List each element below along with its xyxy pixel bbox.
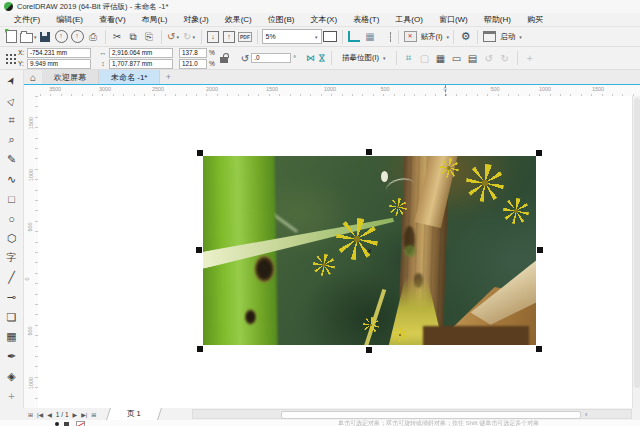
bitmap-mask-button[interactable]: ▦ bbox=[434, 53, 448, 64]
zoom-tool[interactable]: ⌕ bbox=[2, 130, 22, 150]
show-grid-button[interactable]: ▦ bbox=[363, 29, 378, 45]
artistic-media-tool[interactable]: ∿ bbox=[2, 169, 22, 189]
edit-bitmap-button[interactable]: ▢ bbox=[418, 53, 432, 64]
full-screen-preview-button[interactable] bbox=[323, 29, 338, 45]
crop-tool[interactable]: ⌗ bbox=[2, 110, 22, 130]
vertical-ruler[interactable]: 1500 1000 500 0 500 1000 bbox=[24, 96, 39, 408]
mirror-vertical-button[interactable]: ⋈ bbox=[316, 54, 326, 63]
object-height-field[interactable]: 1,707.877 mm bbox=[109, 59, 173, 69]
save-to-cloud-button[interactable]: ↑ bbox=[70, 29, 85, 45]
menu-layout[interactable]: 布局(L) bbox=[134, 14, 176, 25]
vertical-scrollbar[interactable] bbox=[632, 96, 640, 408]
scrollbar-arrow-icon[interactable]: ‹ bbox=[585, 410, 587, 419]
redo-adjust-button[interactable]: ↻ bbox=[498, 53, 512, 64]
menu-buy[interactable]: 购买 bbox=[519, 14, 551, 25]
new-document-button[interactable] bbox=[4, 29, 19, 45]
image-adjustment-button[interactable]: ▤ bbox=[466, 53, 480, 64]
menu-tools[interactable]: 工具(O) bbox=[387, 14, 431, 25]
more-tools-button[interactable]: + bbox=[2, 386, 22, 406]
import-button[interactable]: ↓ bbox=[206, 29, 221, 45]
tab-untitled-document[interactable]: 未命名 -1* bbox=[99, 70, 160, 84]
options-button[interactable]: ⚙ bbox=[458, 29, 473, 45]
object-width-field[interactable]: 2,916.064 mm bbox=[109, 48, 173, 58]
show-rulers-button[interactable] bbox=[347, 29, 362, 45]
next-page-button[interactable]: ▶ bbox=[71, 411, 80, 418]
launch-button[interactable] bbox=[482, 29, 497, 45]
first-page-button[interactable]: |◀ bbox=[35, 411, 45, 418]
bitmap-frame-button[interactable]: ▭ bbox=[450, 53, 464, 64]
menu-bitmaps[interactable]: 位图(B) bbox=[260, 14, 303, 25]
menu-help[interactable]: 帮助(H) bbox=[476, 14, 519, 25]
menu-file[interactable]: 文件(F) bbox=[6, 14, 48, 25]
undo-button[interactable]: ↺▾ bbox=[166, 29, 181, 45]
shape-tool[interactable]: ▷ bbox=[2, 91, 22, 111]
new-tab-button[interactable]: + bbox=[160, 70, 176, 84]
trace-bitmap-button[interactable]: 描摹位图(I)▾ bbox=[337, 50, 391, 66]
menu-view[interactable]: 查看(V) bbox=[91, 14, 134, 25]
snap-to-button[interactable]: 贴齐(I) bbox=[421, 32, 443, 42]
mirror-horizontal-button[interactable]: ⋈ bbox=[306, 53, 315, 63]
show-guidelines-button[interactable] bbox=[379, 29, 394, 45]
publish-pdf-button[interactable]: PDF bbox=[238, 29, 253, 45]
selection-handle[interactable] bbox=[197, 150, 203, 156]
horizontal-scrollbar[interactable]: ‹ bbox=[192, 409, 632, 419]
copy-button[interactable]: ⧉ bbox=[126, 29, 141, 45]
save-button[interactable] bbox=[38, 29, 53, 45]
open-from-cloud-button[interactable]: ↑ bbox=[54, 29, 69, 45]
last-page-button[interactable]: ▶| bbox=[79, 411, 89, 418]
lock-ratio-button[interactable] bbox=[220, 57, 228, 63]
export-button[interactable]: ↑ bbox=[222, 29, 237, 45]
menu-object[interactable]: 对象(J) bbox=[175, 14, 216, 25]
add-page-before-button[interactable]: ⊞ bbox=[26, 411, 35, 418]
transparency-tool[interactable]: ▦ bbox=[2, 327, 22, 347]
parallel-dimension-tool[interactable]: ╱ bbox=[2, 268, 22, 288]
launch-label[interactable]: 启动 bbox=[500, 32, 515, 42]
ellipse-tool[interactable]: ○ bbox=[2, 209, 22, 229]
paste-button[interactable]: ⎘ bbox=[142, 29, 157, 45]
undo-adjust-button[interactable]: ↺ bbox=[482, 53, 496, 64]
polygon-tool[interactable]: ⬡ bbox=[2, 229, 22, 249]
menu-table[interactable]: 表格(T) bbox=[345, 14, 387, 25]
rectangle-tool[interactable]: □ bbox=[2, 189, 22, 209]
previous-page-button[interactable]: ◀ bbox=[45, 411, 54, 418]
open-button[interactable]: ▾ bbox=[20, 29, 37, 45]
scale-h-field[interactable]: 137.8 bbox=[179, 48, 207, 58]
connector-tool[interactable]: ⊸ bbox=[2, 288, 22, 308]
selection-handle[interactable] bbox=[537, 247, 543, 253]
home-icon[interactable]: ⌂ bbox=[24, 70, 42, 84]
add-page-after-button[interactable]: ⊞ bbox=[89, 411, 98, 418]
tab-welcome-screen[interactable]: 欢迎屏幕 bbox=[42, 70, 99, 84]
interactive-fill-tool[interactable]: ◈ bbox=[2, 366, 22, 386]
selection-handle[interactable] bbox=[196, 247, 202, 253]
page-1-tab[interactable]: 页 1 bbox=[106, 408, 162, 420]
freehand-tool[interactable]: ✎ bbox=[2, 150, 22, 170]
print-button[interactable]: ⎙ bbox=[86, 29, 101, 45]
crop-bitmap-button[interactable]: ⌗ bbox=[402, 52, 416, 64]
vertical-scrollbar-thumb[interactable] bbox=[634, 98, 640, 388]
selection-handle[interactable] bbox=[197, 346, 203, 352]
snap-caret-icon: ▾ bbox=[447, 34, 450, 40]
text-tool[interactable]: 字 bbox=[2, 248, 22, 268]
drop-shadow-tool[interactable]: ❏ bbox=[2, 307, 22, 327]
selection-handle[interactable] bbox=[536, 150, 542, 156]
alignment-guides-button[interactable]: ✕ bbox=[403, 29, 418, 45]
zoom-level-select[interactable]: 5%▾ bbox=[262, 29, 322, 44]
menu-edit[interactable]: 编辑(E) bbox=[48, 14, 91, 25]
redo-button[interactable]: ↻▾ bbox=[182, 29, 197, 45]
selection-handle[interactable] bbox=[366, 149, 372, 155]
menu-window[interactable]: 窗口(W) bbox=[431, 14, 476, 25]
menu-effects[interactable]: 效果(C) bbox=[217, 14, 260, 25]
x-position-field[interactable]: -754.231 mm bbox=[27, 48, 91, 58]
customize-propbar-button[interactable]: + bbox=[523, 53, 537, 64]
scale-v-field[interactable]: 121.0 bbox=[179, 59, 207, 69]
y-position-field[interactable]: 9.949 mm bbox=[27, 59, 91, 69]
object-position-icon bbox=[5, 53, 16, 64]
horizontal-scrollbar-thumb[interactable] bbox=[281, 411, 581, 419]
menu-text[interactable]: 文本(X) bbox=[302, 14, 345, 25]
cut-button[interactable]: ✂ bbox=[110, 29, 125, 45]
color-eyedropper-tool[interactable]: ✒ bbox=[2, 347, 22, 367]
rotation-angle-field[interactable]: .0 bbox=[251, 53, 291, 63]
selection-handle[interactable] bbox=[366, 347, 372, 353]
selection-handle[interactable] bbox=[536, 346, 542, 352]
pick-tool[interactable]: ➤ bbox=[2, 71, 22, 91]
